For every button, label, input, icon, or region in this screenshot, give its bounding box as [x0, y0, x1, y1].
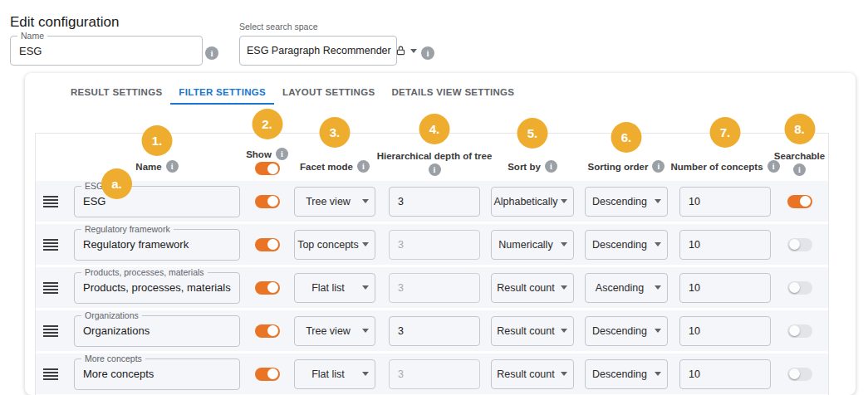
facet-row: Products, processes, materials Flat list…: [36, 267, 828, 308]
column-header-facet-mode: 3. Facet mode i: [294, 134, 375, 181]
facet-name-field[interactable]: Products, processes, materials: [74, 272, 240, 304]
hierarchical-depth-input[interactable]: [389, 187, 480, 217]
chevron-down-icon: [655, 199, 661, 203]
sort-by-value: Result count: [497, 325, 554, 337]
search-space-value: ESG Paragraph Recommender: [247, 45, 391, 56]
facet-name-field[interactable]: Regulatory framework: [74, 229, 240, 261]
searchable-toggle[interactable]: [787, 281, 812, 295]
chevron-down-icon: [561, 329, 567, 333]
column-label-depth: Hierarchical depth of tree: [377, 151, 493, 161]
chevron-down-icon: [561, 372, 567, 376]
show-toggle[interactable]: [255, 368, 280, 381]
annotation-badge-8: 8.: [784, 114, 815, 144]
hierarchical-depth-input[interactable]: [389, 230, 480, 260]
sort-by-select[interactable]: Result count: [491, 359, 574, 389]
search-space-info-icon[interactable]: i: [421, 46, 434, 60]
facet-mode-value: Flat list: [311, 282, 345, 294]
facet-mode-column-info-icon[interactable]: i: [357, 160, 370, 173]
searchable-toggle[interactable]: [787, 324, 812, 338]
number-of-concepts-input[interactable]: [679, 187, 771, 217]
name-field-label: Name: [17, 31, 47, 41]
facets-table-header: 1. Name i 2. Show i 3. Facet mode i: [36, 134, 828, 181]
chevron-down-icon: [655, 285, 661, 290]
facet-mode-value: Tree view: [306, 196, 351, 207]
drag-handle-icon[interactable]: [43, 239, 58, 251]
sort-by-select[interactable]: Result count: [491, 273, 574, 303]
column-label-name: Name: [135, 162, 161, 172]
configuration-name-input[interactable]: [11, 37, 202, 65]
facet-mode-select[interactable]: Top concepts: [294, 230, 375, 260]
facet-mode-select[interactable]: Flat list: [294, 273, 375, 303]
column-header-sort-by: 5. Sort by i: [491, 134, 574, 181]
facet-name-input[interactable]: [75, 273, 239, 303]
searchable-toggle[interactable]: [787, 195, 812, 208]
facet-name-input[interactable]: [75, 359, 239, 389]
show-toggle[interactable]: [255, 195, 280, 208]
show-all-toggle[interactable]: [255, 162, 280, 175]
chevron-down-icon: [362, 285, 369, 290]
depth-column-info-icon[interactable]: i: [429, 163, 441, 176]
drag-handle-icon[interactable]: [43, 325, 58, 337]
hierarchical-depth-input[interactable]: [389, 359, 480, 389]
facet-row: a. ESG Tree view Alphabetically: [36, 181, 828, 222]
hierarchical-depth-input[interactable]: [389, 273, 480, 303]
name-column-info-icon[interactable]: i: [166, 160, 179, 173]
chevron-down-icon: [655, 329, 661, 333]
hierarchical-depth-input[interactable]: [389, 316, 480, 346]
sorting-order-value: Descending: [592, 239, 647, 251]
sorting-order-select[interactable]: Descending: [585, 187, 668, 217]
facet-name-input[interactable]: [75, 316, 239, 346]
column-header-number-of-concepts: 7. Number of concepts i: [679, 134, 771, 181]
facet-name-input[interactable]: [75, 230, 239, 260]
facet-mode-value: Flat list: [311, 368, 345, 380]
show-toggle[interactable]: [255, 324, 280, 338]
number-of-concepts-input[interactable]: [679, 316, 771, 346]
tab-filter-settings[interactable]: FILTER SETTINGS: [170, 80, 274, 105]
sorting-order-column-info-icon[interactable]: i: [652, 160, 664, 173]
chevron-down-icon: [655, 372, 661, 376]
drag-handle-icon[interactable]: [43, 196, 58, 207]
sorting-order-select[interactable]: Descending: [585, 359, 668, 389]
tab-details-view-settings[interactable]: DETAILS VIEW SETTINGS: [383, 80, 522, 105]
facet-name-input[interactable]: [75, 187, 239, 217]
facet-name-field[interactable]: Organizations: [74, 315, 240, 347]
show-column-info-icon[interactable]: i: [276, 148, 288, 160]
facet-row: Organizations Tree view Result count Des…: [36, 310, 828, 351]
facets-table-body: a. ESG Tree view Alphabetically: [36, 181, 828, 394]
column-label-facet-mode: Facet mode: [300, 162, 353, 172]
sort-by-value: Numerically: [498, 239, 552, 251]
chevron-down-icon: [655, 242, 661, 246]
facet-mode-select[interactable]: Tree view: [294, 316, 375, 346]
annotation-badge-4: 4.: [419, 114, 450, 144]
sorting-order-select[interactable]: Ascending: [585, 273, 668, 303]
tab-layout-settings[interactable]: LAYOUT SETTINGS: [274, 80, 383, 105]
searchable-column-info-icon[interactable]: i: [793, 163, 806, 176]
annotation-badge-a: a.: [101, 168, 132, 199]
facet-mode-select[interactable]: Tree view: [294, 187, 375, 217]
number-of-concepts-input[interactable]: [679, 273, 771, 303]
facet-mode-select[interactable]: Flat list: [294, 359, 375, 389]
sort-by-select[interactable]: Alphabetically: [491, 187, 574, 217]
facet-row: Regulatory framework Top concepts Numeri…: [36, 224, 828, 265]
show-toggle[interactable]: [255, 238, 280, 251]
lock-icon: [395, 45, 406, 56]
sort-by-column-info-icon[interactable]: i: [545, 160, 557, 173]
tab-result-settings[interactable]: RESULT SETTINGS: [62, 80, 170, 105]
drag-handle-icon[interactable]: [43, 368, 58, 380]
facet-row: More concepts Flat list Result count Des…: [36, 354, 828, 394]
sort-by-select[interactable]: Numerically: [491, 230, 574, 260]
drag-handle-icon[interactable]: [43, 282, 58, 294]
facet-name-field[interactable]: ESG: [74, 186, 240, 217]
name-info-icon[interactable]: i: [205, 46, 218, 60]
facet-name-field[interactable]: More concepts: [74, 358, 240, 390]
number-of-concepts-input[interactable]: [679, 230, 771, 260]
search-space-select[interactable]: ESG Paragraph Recommender: [239, 36, 397, 66]
show-toggle[interactable]: [255, 281, 280, 295]
searchable-toggle[interactable]: [787, 368, 812, 381]
sorting-order-select[interactable]: Descending: [585, 316, 668, 346]
sorting-order-select[interactable]: Descending: [585, 230, 668, 260]
number-of-concepts-input[interactable]: [679, 359, 771, 389]
sort-by-select[interactable]: Result count: [491, 316, 574, 346]
searchable-toggle[interactable]: [787, 238, 812, 251]
configuration-name-field[interactable]: Name: [10, 36, 203, 66]
